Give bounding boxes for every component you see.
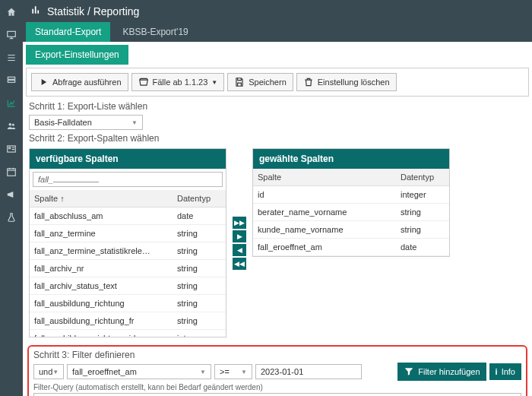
selected-list[interactable]: idintegerberater_name_vornamestringkunde… xyxy=(253,186,449,256)
svg-rect-0 xyxy=(8,31,16,36)
chart-bar-icon xyxy=(30,5,41,17)
card-icon[interactable] xyxy=(5,143,17,155)
column-filter-input[interactable]: fall_ xyxy=(33,172,223,187)
table-row[interactable]: fall_ausbildung_richtung_frstring xyxy=(30,312,226,330)
calendar-icon[interactable] xyxy=(5,166,17,178)
cases-button[interactable]: Fälle ab 1.1.23▼ xyxy=(131,73,225,91)
table-row[interactable]: fall_archiv_status_textstring xyxy=(30,277,226,295)
selected-header: gewählte Spalten xyxy=(253,149,449,169)
sidebar xyxy=(0,0,23,396)
tab-kbsb-export[interactable]: KBSB-Export'19 xyxy=(113,22,197,42)
available-columns-panel: verfügbare Spalten fall_ Spalte ↑Datenty… xyxy=(29,148,226,337)
step3-label: Schritt 3: Filter definieren xyxy=(33,350,521,360)
table-row[interactable]: fall_anz_termine_statistikrele…string xyxy=(30,242,226,260)
chart-icon[interactable] xyxy=(5,97,17,109)
table-row[interactable]: fall_ausbildung_richtungstring xyxy=(30,295,226,312)
save-button[interactable]: Speichern xyxy=(227,73,293,91)
run-query-button[interactable]: Abfrage ausführen xyxy=(31,73,128,91)
export-list-select[interactable]: Basis-Falldaten▼ xyxy=(29,115,143,130)
available-list[interactable]: fall_abschluss_amdatefall_anz_terminestr… xyxy=(30,208,226,337)
table-row[interactable]: berater_name_vornamestring xyxy=(253,204,449,221)
table-row[interactable]: idinteger xyxy=(253,186,449,204)
list-icon[interactable] xyxy=(5,52,17,64)
table-row[interactable]: fall_anz_terminestring xyxy=(30,225,226,242)
move-right-button[interactable]: ▶ xyxy=(233,230,246,242)
filter-box: Schritt 3: Filter definieren und▼ fall_e… xyxy=(27,345,527,396)
megaphone-icon[interactable] xyxy=(5,188,17,201)
filter-op-select[interactable]: >=▼ xyxy=(214,364,252,379)
filter-query-input[interactable]: fall_eroeffnet_am >= '2023-01-01' AND fa… xyxy=(33,393,521,396)
home-icon[interactable] xyxy=(5,6,17,18)
filter-field-select[interactable]: fall_eroeffnet_am▼ xyxy=(67,364,211,379)
table-row[interactable]: fall_eroeffnet_amdate xyxy=(253,239,449,256)
step1-label: Schritt 1: Export-Liste wählen xyxy=(23,100,532,113)
monitor-icon[interactable] xyxy=(5,29,17,41)
svg-rect-1 xyxy=(8,77,14,79)
subtab-export-settings[interactable]: Export-Einstellungen xyxy=(26,45,128,65)
svg-point-6 xyxy=(9,147,11,149)
page-header: Statistik / Reporting xyxy=(23,0,532,22)
move-buttons: ▶▶ ▶ ◀ ◀◀ xyxy=(233,148,246,337)
move-all-right-button[interactable]: ▶▶ xyxy=(233,217,246,229)
svg-point-3 xyxy=(9,123,12,126)
table-row[interactable]: fall_ausbildung_richtung_idinteger xyxy=(30,330,226,337)
svg-point-4 xyxy=(12,124,14,126)
delete-setting-button[interactable]: Einstellung löschen xyxy=(296,73,397,91)
available-header: verfügbare Spalten xyxy=(30,149,226,169)
svg-rect-2 xyxy=(8,80,14,82)
svg-rect-7 xyxy=(8,169,16,176)
move-all-left-button[interactable]: ◀◀ xyxy=(233,258,246,270)
filter-note: Filter-Query (automatisch erstellt, kann… xyxy=(33,383,521,391)
add-filter-button[interactable]: Filter hinzufügen xyxy=(397,363,486,381)
users-icon[interactable] xyxy=(5,120,17,132)
table-row[interactable]: fall_archiv_nrstring xyxy=(30,260,226,277)
flask-icon[interactable] xyxy=(5,211,17,223)
top-tabs: Standard-Export KBSB-Export'19 xyxy=(23,22,532,42)
step2-label: Schritt 2: Export-Spalten wählen xyxy=(23,131,532,145)
info-button[interactable]: iInfo xyxy=(489,363,521,380)
table-row[interactable]: fall_abschluss_amdate xyxy=(30,208,226,225)
stack-icon[interactable] xyxy=(5,74,17,87)
table-row[interactable]: kunde_name_vornamestring xyxy=(253,221,449,239)
toolbar: Abfrage ausführen Fälle ab 1.1.23▼ Speic… xyxy=(26,68,529,97)
selected-table-header: SpalteDatentyp xyxy=(253,169,449,186)
filter-conj-select[interactable]: und▼ xyxy=(33,364,64,379)
tab-standard-export[interactable]: Standard-Export xyxy=(26,22,110,42)
page-title: Statistik / Reporting xyxy=(47,5,139,17)
selected-columns-panel: gewählte Spalten SpalteDatentyp idintege… xyxy=(252,148,450,257)
move-left-button[interactable]: ◀ xyxy=(233,244,246,256)
filter-value-input[interactable]: 2023-01-01 xyxy=(255,364,362,379)
available-table-header: Spalte ↑Datentyp xyxy=(30,190,226,208)
